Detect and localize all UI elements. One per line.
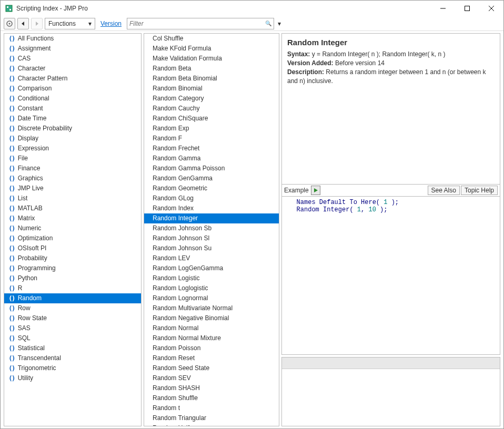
function-item[interactable]: Random Johnson Sl — [144, 233, 279, 243]
function-list[interactable]: Col ShuffleMake KFold FormulaMake Valida… — [144, 33, 279, 426]
category-item[interactable]: ()MATLAB — [4, 203, 141, 213]
category-label: Programming — [18, 264, 56, 273]
paren-icon: () — [8, 184, 15, 193]
code-example[interactable]: Names Default To Here( 1 ); Random Integ… — [281, 197, 500, 355]
function-item[interactable]: Random Beta Binomial — [144, 74, 279, 84]
category-item[interactable]: ()Character — [4, 64, 141, 74]
category-item[interactable]: ()Finance — [4, 164, 141, 173]
function-item[interactable]: Random Gamma Poisson — [144, 164, 279, 173]
function-item[interactable]: Random Beta — [144, 64, 279, 74]
filter-box[interactable]: 🔍 — [127, 18, 274, 29]
function-item[interactable]: Random Integer — [144, 213, 279, 223]
category-item[interactable]: ()Assignment — [4, 44, 141, 54]
category-item[interactable]: ()File — [4, 154, 141, 164]
run-example-button[interactable] — [311, 186, 320, 195]
category-dropdown[interactable]: Functions ▾ — [45, 18, 95, 29]
filter-dropdown-icon[interactable]: ▾ — [276, 18, 283, 29]
category-item[interactable]: ()List — [4, 193, 141, 203]
forward-button[interactable] — [31, 18, 43, 29]
category-label: Probability — [18, 254, 47, 263]
category-item[interactable]: ()Utility — [4, 373, 141, 383]
category-item[interactable]: ()JMP Live — [4, 183, 141, 193]
function-item[interactable]: Make KFold Formula — [144, 44, 279, 54]
function-item[interactable]: Random Gamma — [144, 154, 279, 164]
category-item[interactable]: ()All Functions — [4, 34, 141, 44]
function-item[interactable]: Random SHASH — [144, 383, 279, 393]
close-button[interactable] — [479, 1, 503, 16]
function-item[interactable]: Random Triangular — [144, 413, 279, 423]
category-item[interactable]: ()Constant — [4, 104, 141, 114]
category-item[interactable]: ()Optimization — [4, 233, 141, 243]
see-also-button[interactable]: See Also — [428, 186, 460, 195]
function-item[interactable]: Random Normal — [144, 323, 279, 333]
home-button[interactable] — [4, 18, 15, 29]
version-link[interactable]: Version — [100, 20, 122, 27]
function-item[interactable]: Random Negative Binomial — [144, 313, 279, 323]
category-item[interactable]: ()Random — [4, 293, 141, 303]
category-item[interactable]: ()OSIsoft PI — [4, 243, 141, 253]
function-item[interactable]: Random GenGamma — [144, 173, 279, 183]
function-item[interactable]: Random Frechet — [144, 144, 279, 154]
category-item[interactable]: ()Probability — [4, 253, 141, 263]
paren-icon: () — [8, 124, 15, 133]
category-item[interactable]: ()Date Time — [4, 114, 141, 124]
function-item[interactable]: Random Loglogistic — [144, 283, 279, 293]
paren-icon: () — [8, 334, 15, 343]
category-item[interactable]: ()Trigonometric — [4, 363, 141, 373]
category-item[interactable]: ()SQL — [4, 333, 141, 343]
function-item[interactable]: Random Johnson Sb — [144, 223, 279, 233]
function-item[interactable]: Random Binomial — [144, 84, 279, 94]
category-item[interactable]: ()Comparison — [4, 84, 141, 94]
function-item[interactable]: Random Geometric — [144, 183, 279, 193]
category-item[interactable]: ()Row State — [4, 313, 141, 323]
topic-help-button[interactable]: Topic Help — [461, 186, 498, 195]
function-item[interactable]: Random Uniform — [144, 423, 279, 426]
category-label: Character Pattern — [18, 74, 68, 83]
function-item[interactable]: Random Shuffle — [144, 393, 279, 403]
back-button[interactable] — [17, 18, 29, 29]
function-item[interactable]: Random Reset — [144, 353, 279, 363]
category-item[interactable]: ()Expression — [4, 144, 141, 154]
function-item[interactable]: Random Poisson — [144, 343, 279, 353]
function-item[interactable]: Random Cauchy — [144, 104, 279, 114]
category-item[interactable]: ()Numeric — [4, 223, 141, 233]
category-item[interactable]: ()Transcendental — [4, 353, 141, 363]
category-list[interactable]: ()All Functions()Assignment()CAS()Charac… — [4, 33, 142, 426]
function-item[interactable]: Random F — [144, 134, 279, 144]
function-item[interactable]: Random Exp — [144, 124, 279, 134]
category-item[interactable]: ()R — [4, 283, 141, 293]
function-item[interactable]: Random t — [144, 403, 279, 413]
category-item[interactable]: ()Programming — [4, 263, 141, 273]
function-item[interactable]: Random LogGenGamma — [144, 263, 279, 273]
function-item[interactable]: Random Logistic — [144, 273, 279, 283]
minimize-button[interactable] — [431, 1, 455, 16]
function-item[interactable]: Make Validation Formula — [144, 54, 279, 64]
category-item[interactable]: ()Graphics — [4, 173, 141, 183]
function-item[interactable]: Random SEV — [144, 373, 279, 383]
function-item[interactable]: Random Normal Mixture — [144, 333, 279, 343]
chevron-down-icon: ▾ — [88, 20, 92, 27]
category-item[interactable]: ()Conditional — [4, 94, 141, 104]
output-pane[interactable] — [281, 357, 500, 426]
category-item[interactable]: ()SAS — [4, 323, 141, 333]
category-item[interactable]: ()Character Pattern — [4, 74, 141, 84]
category-item[interactable]: ()Display — [4, 134, 141, 144]
function-item[interactable]: Random GLog — [144, 193, 279, 203]
function-item[interactable]: Random Seed State — [144, 363, 279, 373]
maximize-button[interactable] — [455, 1, 479, 16]
filter-input[interactable] — [129, 20, 265, 27]
category-item[interactable]: ()Statistical — [4, 343, 141, 353]
category-item[interactable]: ()Python — [4, 273, 141, 283]
category-item[interactable]: ()CAS — [4, 54, 141, 64]
function-item[interactable]: Random LEV — [144, 253, 279, 263]
function-item[interactable]: Random Lognormal — [144, 293, 279, 303]
function-item[interactable]: Random Index — [144, 203, 279, 213]
function-item[interactable]: Random Multivariate Normal — [144, 303, 279, 313]
function-item[interactable]: Random Johnson Su — [144, 243, 279, 253]
category-item[interactable]: ()Discrete Probability — [4, 124, 141, 134]
function-item[interactable]: Col Shuffle — [144, 34, 279, 44]
category-item[interactable]: ()Matrix — [4, 213, 141, 223]
function-item[interactable]: Random ChiSquare — [144, 114, 279, 124]
category-item[interactable]: ()Row — [4, 303, 141, 313]
function-item[interactable]: Random Category — [144, 94, 279, 104]
